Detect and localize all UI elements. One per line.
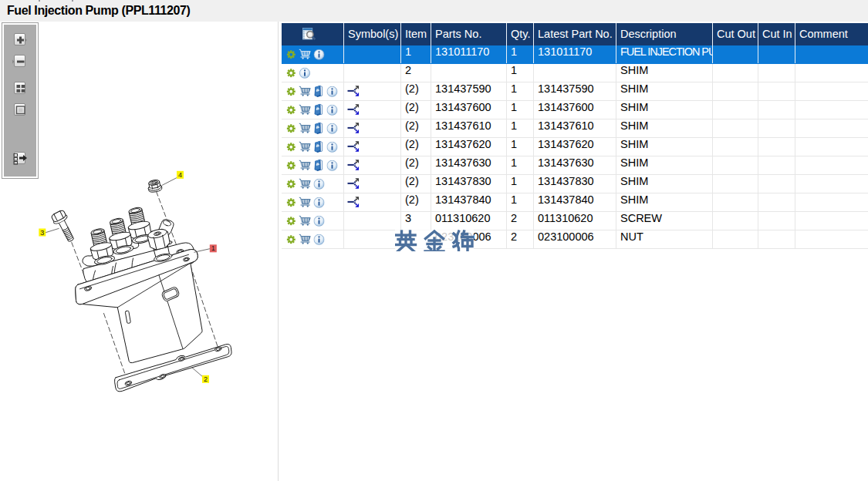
svg-text:3: 3: [40, 229, 44, 237]
svg-text:1: 1: [211, 244, 215, 252]
svg-text:2: 2: [204, 375, 208, 383]
svg-text:4: 4: [178, 171, 182, 179]
